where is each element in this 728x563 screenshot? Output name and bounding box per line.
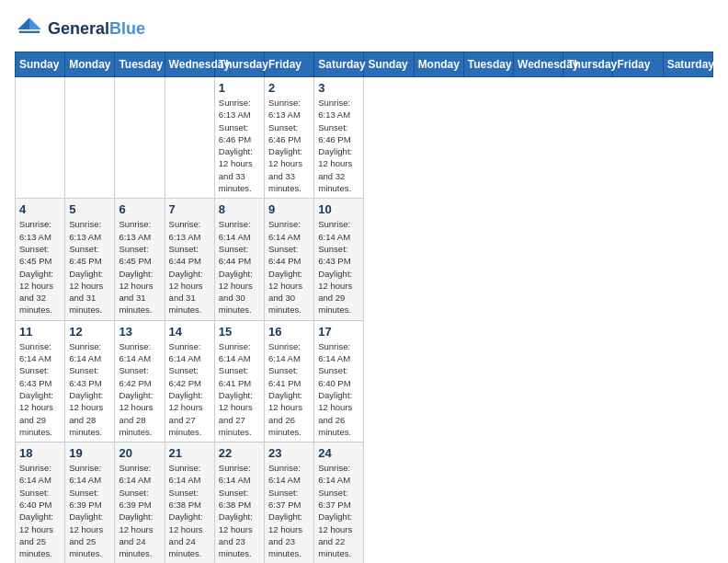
day-info: Sunrise: 6:14 AM Sunset: 6:38 PM Dayligh… [169,462,210,559]
day-number: 4 [19,202,61,216]
day-cell: 15Sunrise: 6:14 AM Sunset: 6:41 PM Dayli… [214,320,264,442]
day-number: 23 [268,446,310,460]
col-header-monday: Monday [65,52,115,77]
col-header-saturday: Saturday [314,52,364,77]
day-info: Sunrise: 6:14 AM Sunset: 6:40 PM Dayligh… [19,462,61,559]
day-number: 21 [169,446,210,460]
col-header-sunday: Sunday [16,52,65,77]
day-number: 19 [69,446,110,460]
logo: GeneralBlue [15,15,145,44]
day-info: Sunrise: 6:14 AM Sunset: 6:43 PM Dayligh… [318,218,359,316]
day-cell: 2Sunrise: 6:13 AM Sunset: 6:46 PM Daylig… [265,77,314,199]
col-header-wednesday: Wednesday [514,52,563,77]
day-cell: 6Sunrise: 6:13 AM Sunset: 6:45 PM Daylig… [115,199,165,320]
day-number: 2 [268,81,310,95]
day-cell: 9Sunrise: 6:14 AM Sunset: 6:44 PM Daylig… [265,199,314,320]
day-cell: 10Sunrise: 6:14 AM Sunset: 6:43 PM Dayli… [314,199,364,320]
col-header-friday: Friday [265,52,314,77]
day-number: 24 [318,446,359,460]
day-number: 13 [119,325,160,339]
week-row-2: 4Sunrise: 6:13 AM Sunset: 6:45 PM Daylig… [16,199,713,320]
day-info: Sunrise: 6:14 AM Sunset: 6:39 PM Dayligh… [119,462,160,559]
day-info: Sunrise: 6:14 AM Sunset: 6:37 PM Dayligh… [318,462,359,559]
day-info: Sunrise: 6:14 AM Sunset: 6:38 PM Dayligh… [219,462,260,559]
day-cell [65,77,115,199]
day-number: 20 [119,446,160,460]
day-number: 10 [318,202,359,216]
day-cell: 19Sunrise: 6:14 AM Sunset: 6:39 PM Dayli… [65,442,115,563]
day-cell: 14Sunrise: 6:14 AM Sunset: 6:42 PM Dayli… [165,320,214,442]
col-header-sunday: Sunday [364,52,414,77]
day-number: 18 [19,446,61,460]
day-cell: 20Sunrise: 6:14 AM Sunset: 6:39 PM Dayli… [115,442,165,563]
logo-icon [15,15,44,44]
col-header-tuesday: Tuesday [463,52,513,77]
week-row-4: 18Sunrise: 6:14 AM Sunset: 6:40 PM Dayli… [16,442,713,563]
day-cell: 17Sunrise: 6:14 AM Sunset: 6:40 PM Dayli… [314,320,364,442]
day-number: 1 [219,81,260,95]
day-cell: 8Sunrise: 6:14 AM Sunset: 6:44 PM Daylig… [214,199,264,320]
svg-marker-0 [29,17,41,29]
day-number: 15 [219,325,260,339]
day-cell: 5Sunrise: 6:13 AM Sunset: 6:45 PM Daylig… [65,199,115,320]
day-number: 7 [169,202,210,216]
week-row-1: 1Sunrise: 6:13 AM Sunset: 6:46 PM Daylig… [16,77,713,199]
day-cell: 12Sunrise: 6:14 AM Sunset: 6:43 PM Dayli… [65,320,115,442]
day-info: Sunrise: 6:13 AM Sunset: 6:46 PM Dayligh… [318,97,359,194]
day-info: Sunrise: 6:13 AM Sunset: 6:45 PM Dayligh… [69,218,110,316]
day-info: Sunrise: 6:14 AM Sunset: 6:41 PM Dayligh… [268,340,310,438]
day-number: 9 [268,202,310,216]
day-info: Sunrise: 6:14 AM Sunset: 6:42 PM Dayligh… [169,340,210,438]
day-cell: 23Sunrise: 6:14 AM Sunset: 6:37 PM Dayli… [265,442,314,563]
day-number: 22 [219,446,260,460]
day-number: 8 [219,202,260,216]
col-header-tuesday: Tuesday [115,52,165,77]
col-header-thursday: Thursday [563,52,613,77]
col-header-thursday: Thursday [214,52,264,77]
day-number: 5 [69,202,110,216]
day-number: 12 [69,325,110,339]
day-info: Sunrise: 6:14 AM Sunset: 6:39 PM Dayligh… [69,462,110,559]
day-number: 17 [318,325,359,339]
day-cell: 22Sunrise: 6:14 AM Sunset: 6:38 PM Dayli… [214,442,264,563]
day-cell: 1Sunrise: 6:13 AM Sunset: 6:46 PM Daylig… [214,77,264,199]
day-number: 14 [169,325,210,339]
day-cell [16,77,65,199]
header-row: SundayMondayTuesdayWednesdayThursdayFrid… [16,52,713,77]
day-number: 6 [119,202,160,216]
day-info: Sunrise: 6:14 AM Sunset: 6:44 PM Dayligh… [268,218,310,316]
day-cell: 11Sunrise: 6:14 AM Sunset: 6:43 PM Dayli… [16,320,65,442]
col-header-wednesday: Wednesday [165,52,214,77]
day-info: Sunrise: 6:13 AM Sunset: 6:45 PM Dayligh… [19,218,61,316]
day-info: Sunrise: 6:14 AM Sunset: 6:40 PM Dayligh… [318,340,359,438]
logo-text: GeneralBlue [48,20,145,39]
svg-marker-1 [17,17,29,29]
day-number: 11 [19,325,61,339]
day-info: Sunrise: 6:14 AM Sunset: 6:41 PM Dayligh… [219,340,260,438]
day-cell [115,77,165,199]
day-info: Sunrise: 6:14 AM Sunset: 6:44 PM Dayligh… [219,218,260,316]
day-info: Sunrise: 6:14 AM Sunset: 6:43 PM Dayligh… [19,340,61,438]
day-cell: 18Sunrise: 6:14 AM Sunset: 6:40 PM Dayli… [16,442,65,563]
day-cell: 3Sunrise: 6:13 AM Sunset: 6:46 PM Daylig… [314,77,364,199]
day-cell: 24Sunrise: 6:14 AM Sunset: 6:37 PM Dayli… [314,442,364,563]
day-cell: 7Sunrise: 6:13 AM Sunset: 6:44 PM Daylig… [165,199,214,320]
day-info: Sunrise: 6:13 AM Sunset: 6:45 PM Dayligh… [119,218,160,316]
day-info: Sunrise: 6:14 AM Sunset: 6:43 PM Dayligh… [69,340,110,438]
day-info: Sunrise: 6:13 AM Sunset: 6:46 PM Dayligh… [219,97,260,194]
col-header-monday: Monday [414,52,463,77]
svg-rect-2 [19,31,40,33]
calendar-table: SundayMondayTuesdayWednesdayThursdayFrid… [15,52,713,563]
day-info: Sunrise: 6:13 AM Sunset: 6:44 PM Dayligh… [169,218,210,316]
day-cell: 13Sunrise: 6:14 AM Sunset: 6:42 PM Dayli… [115,320,165,442]
day-cell [165,77,214,199]
day-info: Sunrise: 6:14 AM Sunset: 6:42 PM Dayligh… [119,340,160,438]
day-cell: 21Sunrise: 6:14 AM Sunset: 6:38 PM Dayli… [165,442,214,563]
day-cell: 4Sunrise: 6:13 AM Sunset: 6:45 PM Daylig… [16,199,65,320]
day-cell: 16Sunrise: 6:14 AM Sunset: 6:41 PM Dayli… [265,320,314,442]
day-info: Sunrise: 6:13 AM Sunset: 6:46 PM Dayligh… [268,97,310,194]
day-number: 3 [318,81,359,95]
week-row-3: 11Sunrise: 6:14 AM Sunset: 6:43 PM Dayli… [16,320,713,442]
col-header-saturday: Saturday [663,52,712,77]
page-header: GeneralBlue [15,15,713,44]
